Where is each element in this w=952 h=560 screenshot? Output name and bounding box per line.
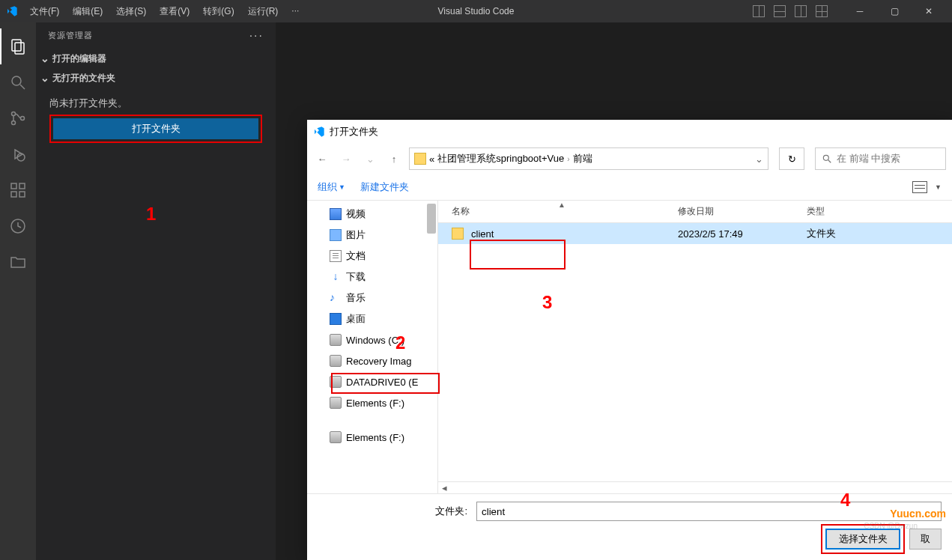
cancel-button[interactable]: 取 (909, 529, 942, 550)
view-mode-icon[interactable] (912, 181, 927, 193)
vscode-logo-icon (6, 5, 18, 17)
section-no-folder[interactable]: ⌄ 无打开的文件夹 (36, 68, 276, 88)
tree-item[interactable]: Elements (F:) (307, 427, 437, 448)
ico-dl-icon: ↓ (330, 271, 342, 283)
no-folder-message: 尚未打开文件夹。 (49, 97, 262, 110)
ico-disk-icon (330, 397, 342, 409)
svg-rect-11 (19, 192, 25, 197)
tree-item[interactable]: 图片 (307, 225, 437, 246)
tree-item-label: Elements (F:) (346, 398, 404, 409)
list-header: ▲ 名称 修改日期 类型 (438, 201, 952, 223)
nav-up-icon[interactable]: ↑ (385, 150, 403, 168)
search-icon (822, 153, 832, 164)
menu-view[interactable]: 查看(V) (154, 2, 195, 21)
organize-button[interactable]: 组织▼ (318, 180, 345, 194)
folder-icon (452, 228, 464, 240)
breadcrumb-prefix: « (429, 153, 434, 165)
tree-item-label: 桌面 (346, 312, 366, 326)
layout-bottom-icon[interactable] (774, 5, 786, 17)
svg-point-6 (21, 117, 25, 121)
ico-disk-icon (330, 376, 342, 388)
window-minimize-icon[interactable]: ─ (843, 0, 877, 22)
select-folder-button[interactable]: 选择文件夹 (825, 529, 900, 550)
activity-explorer-icon[interactable] (0, 28, 36, 64)
svg-line-3 (20, 85, 25, 89)
dialog-body: 视频图片文档↓下载♪音乐桌面Windows (C:)Recovery ImagD… (307, 201, 952, 493)
section-open-editors[interactable]: ⌄ 打开的编辑器 (36, 49, 276, 68)
folder-icon (414, 153, 426, 165)
row-name: client (471, 228, 678, 240)
tree-item[interactable]: DATADRIVE0 (E (307, 371, 437, 392)
folder-name-input[interactable] (476, 502, 942, 521)
activity-extensions-icon[interactable] (0, 172, 36, 208)
breadcrumb-dropdown-icon[interactable]: ⌄ (755, 153, 763, 165)
tree-item[interactable]: ↓下载 (307, 267, 437, 287)
column-type[interactable]: 类型 (807, 205, 952, 218)
layout-right-icon[interactable] (795, 5, 807, 17)
tree-item[interactable]: Recovery Imag (307, 350, 437, 371)
activity-scm-icon[interactable] (0, 100, 36, 136)
tree-item-label: 图片 (346, 228, 366, 242)
tree-item-label: 视频 (346, 207, 366, 221)
breadcrumb-seg1[interactable]: 社团管理系统springboot+Vue (437, 152, 564, 165)
open-folder-button[interactable]: 打开文件夹 (53, 118, 258, 139)
svg-point-14 (823, 155, 828, 160)
folder-label: 文件夹: (318, 505, 467, 518)
tree-item-label: DATADRIVE0 (E (346, 377, 418, 388)
layout-left-icon[interactable] (753, 5, 765, 17)
nav-forward-icon[interactable]: → (337, 150, 355, 168)
nav-recent-icon[interactable]: ⌄ (361, 150, 379, 168)
tree-item[interactable]: ♪音乐 (307, 287, 437, 308)
menu-go[interactable]: 转到(G) (197, 2, 240, 21)
refresh-button[interactable]: ↻ (779, 147, 804, 170)
window-maximize-icon[interactable]: ▢ (877, 0, 912, 22)
scroll-left-icon[interactable]: ◂ (438, 483, 450, 493)
tree-item[interactable]: 视频 (307, 204, 437, 225)
activity-folder-icon[interactable] (0, 244, 36, 280)
column-date[interactable]: 修改日期 (678, 205, 807, 218)
menu-more-icon[interactable]: ··· (285, 2, 305, 21)
ico-disk-icon (330, 334, 342, 346)
dialog-nav: ← → ⌄ ↑ « 社团管理系统springboot+Vue › 前端 ⌄ ↻ … (307, 144, 952, 174)
new-folder-button[interactable]: 新建文件夹 (360, 180, 409, 194)
dialog-tree: 视频图片文档↓下载♪音乐桌面Windows (C:)Recovery ImagD… (307, 201, 438, 493)
ico-doc-icon (330, 250, 342, 262)
sidebar-more-icon[interactable]: ··· (249, 29, 264, 43)
svg-rect-12 (19, 183, 25, 189)
view-dropdown-icon[interactable]: ▼ (935, 183, 942, 191)
svg-point-4 (12, 112, 16, 116)
search-input[interactable]: 在 前端 中搜索 (815, 147, 946, 170)
sidebar-explorer: 资源管理器 ··· ⌄ 打开的编辑器 ⌄ 无打开的文件夹 尚未打开文件夹。 打开… (36, 22, 276, 560)
ico-pic-icon (330, 229, 342, 241)
vscode-logo-icon (313, 126, 325, 138)
tree-scrollbar[interactable] (427, 204, 436, 490)
menu-file[interactable]: 文件(F) (24, 2, 65, 21)
tree-item[interactable]: Elements (F:) (307, 392, 437, 413)
tree-item[interactable]: Windows (C:) (307, 329, 437, 350)
tree-item[interactable]: 文档 (307, 246, 437, 267)
horizontal-scrollbar[interactable]: ◂ (438, 481, 952, 493)
tree-item-label: 文档 (346, 249, 366, 263)
chevron-right-icon: › (567, 155, 569, 163)
svg-point-5 (12, 121, 16, 125)
ico-video-icon (330, 208, 342, 220)
svg-rect-9 (11, 183, 16, 189)
menu-edit[interactable]: 编辑(E) (67, 2, 109, 21)
tree-item[interactable]: 桌面 (307, 308, 437, 329)
ico-disk-icon (330, 431, 342, 443)
activity-debug-icon[interactable] (0, 136, 36, 172)
activity-timeline-icon[interactable] (0, 208, 36, 244)
section-open-editors-label: 打开的编辑器 (52, 52, 106, 65)
breadcrumb-seg2[interactable]: 前端 (573, 152, 592, 165)
breadcrumb[interactable]: « 社团管理系统springboot+Vue › 前端 ⌄ (409, 147, 768, 170)
title-controls: ─ ▢ ✕ (750, 0, 946, 22)
list-row-client[interactable]: client 2023/2/5 17:49 文件夹 (438, 223, 952, 244)
ico-desktop-icon (330, 313, 342, 325)
menu-run[interactable]: 运行(R) (242, 2, 285, 21)
section-no-folder-label: 无打开的文件夹 (52, 72, 115, 85)
nav-back-icon[interactable]: ← (313, 150, 331, 168)
window-close-icon[interactable]: ✕ (912, 0, 946, 22)
menu-selection[interactable]: 选择(S) (110, 2, 152, 21)
layout-grid-icon[interactable] (816, 5, 828, 17)
activity-search-icon[interactable] (0, 64, 36, 100)
